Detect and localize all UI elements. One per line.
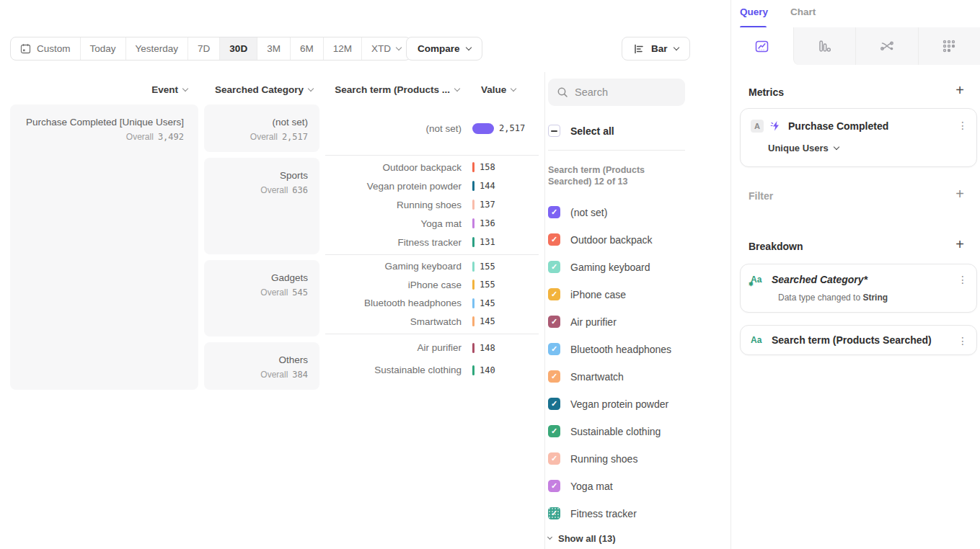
list-item[interactable]: Vegan protein powder <box>548 390 685 418</box>
show-all-toggle[interactable]: Show all (13) <box>548 533 685 544</box>
date-btn-today[interactable]: Today <box>81 37 126 60</box>
table-row[interactable]: Gaming keyboard 155 <box>325 257 539 276</box>
table-row[interactable]: Running shoes 137 <box>325 195 539 214</box>
kebab-menu-icon[interactable]: ⋮ <box>958 274 968 285</box>
table-row[interactable]: iPhone case 155 <box>325 276 539 295</box>
date-btn-yesterday[interactable]: Yesterday <box>126 37 189 60</box>
compare-button[interactable]: Compare <box>406 37 482 61</box>
checkbox[interactable] <box>548 316 560 328</box>
panel-divider <box>544 72 545 549</box>
list-item[interactable]: Sustainable clothing <box>548 418 685 445</box>
table-row[interactable]: Bluetooth headphones 145 <box>325 294 539 313</box>
search-input[interactable] <box>575 86 676 98</box>
column-header-value[interactable]: Value <box>481 84 520 95</box>
category-cell[interactable]: (not set) Overall2,517 <box>204 104 319 152</box>
tab-query[interactable]: Query <box>740 6 768 17</box>
checkbox[interactable] <box>548 480 560 492</box>
date-btn-6m[interactable]: 6M <box>291 37 324 60</box>
select-all-row[interactable]: Select all <box>548 125 685 137</box>
date-btn-7d[interactable]: 7D <box>188 37 220 60</box>
value-bar <box>472 298 474 308</box>
date-btn-30d[interactable]: 30D <box>220 37 257 60</box>
list-item[interactable]: Fitness tracker <box>548 500 685 527</box>
column-header-event[interactable]: Event <box>10 84 187 95</box>
retention-icon[interactable] <box>918 27 980 65</box>
date-btn-3m[interactable]: 3M <box>257 37 291 60</box>
kebab-menu-icon[interactable]: ⋮ <box>958 120 968 131</box>
date-btn-12m[interactable]: 12M <box>324 37 362 60</box>
checkbox[interactable] <box>548 261 560 273</box>
list-item[interactable]: Gaming keyboard <box>548 254 685 281</box>
chevron-down-icon <box>673 45 679 50</box>
list-item[interactable]: Outdoor backpack <box>548 226 685 254</box>
metric-card[interactable]: A Purchase Completed ⋮ Unique Users <box>740 108 977 167</box>
table-row[interactable]: Vegan protein powder 144 <box>325 177 539 195</box>
checkbox[interactable] <box>548 425 560 437</box>
kebab-menu-icon[interactable]: ⋮ <box>958 335 968 347</box>
insights-icon[interactable] <box>731 27 793 65</box>
list-item[interactable]: Running shoes <box>548 445 685 473</box>
checkbox[interactable] <box>548 233 560 246</box>
chevron-down-icon <box>465 45 471 50</box>
series-list: (not set) Outdoor backpack Gaming keyboa… <box>548 199 685 527</box>
list-item[interactable]: iPhone case <box>548 281 685 308</box>
checkbox[interactable] <box>548 206 560 218</box>
tab-chart[interactable]: Chart <box>790 6 816 17</box>
list-item[interactable]: (not set) <box>548 199 685 226</box>
series-panel: Select all Search term (Products Searche… <box>548 72 685 544</box>
aggregation-selector[interactable]: Unique Users <box>768 143 976 153</box>
checkbox[interactable] <box>548 398 560 410</box>
checkbox[interactable] <box>548 507 560 519</box>
metrics-title: Metrics <box>749 86 784 98</box>
add-metric-icon[interactable]: + <box>955 83 964 97</box>
chart-type-button[interactable]: Bar <box>622 37 690 61</box>
metric-badge: A <box>751 120 764 133</box>
funnels-icon[interactable] <box>793 27 856 65</box>
date-btn-custom[interactable]: Custom <box>11 37 81 60</box>
searched-category-column: (not set) Overall2,517 Sports Overall636… <box>204 104 319 396</box>
chevron-down-icon <box>308 86 314 92</box>
column-header-search-term[interactable]: Search term (Products ... <box>325 84 459 95</box>
breakdown-card[interactable]: Aa Search term (Products Searched) ⋮ <box>740 325 977 355</box>
term-group: (not set) 2,517 <box>325 104 539 152</box>
table-row[interactable]: Yoga mat 136 <box>325 214 539 233</box>
category-cell[interactable]: Gadgets Overall545 <box>204 260 319 336</box>
select-all-checkbox[interactable] <box>548 125 560 137</box>
table-row[interactable]: Fitness tracker 131 <box>325 233 539 251</box>
list-item[interactable]: Yoga mat <box>548 473 685 500</box>
panel-tabs: Query Chart <box>740 6 816 17</box>
breakdown-card[interactable]: Aa✱ Searched Category* ⋮ Data type chang… <box>740 264 977 313</box>
search-box[interactable] <box>548 79 685 106</box>
value-bar <box>472 123 494 134</box>
list-item[interactable]: Air purifier <box>548 308 685 336</box>
event-bolt-icon <box>770 120 782 132</box>
add-breakdown-icon[interactable]: + <box>955 237 964 251</box>
list-item[interactable]: Bluetooth headphones <box>548 336 685 363</box>
table-row[interactable]: Smartwatch 145 <box>325 313 539 331</box>
flows-icon[interactable] <box>855 27 918 65</box>
search-icon <box>557 86 568 98</box>
event-cell[interactable]: Purchase Completed [Unique Users] Overal… <box>10 104 198 390</box>
table-row[interactable]: Air purifier 148 <box>325 339 539 357</box>
value-bar <box>472 218 474 228</box>
event-title: Purchase Completed [Unique Users] <box>10 117 184 128</box>
list-item[interactable]: Smartwatch <box>548 363 685 390</box>
date-btn-xtd[interactable]: XTD <box>362 37 410 60</box>
value-bar <box>472 343 474 353</box>
table-row[interactable]: (not set) 2,517 <box>325 119 539 138</box>
table-row[interactable]: Outdoor backpack 158 <box>325 158 539 177</box>
category-cell[interactable]: Others Overall384 <box>204 342 319 390</box>
date-btn-label: Custom <box>37 43 71 54</box>
checkbox[interactable] <box>548 343 560 355</box>
add-filter-icon[interactable]: + <box>955 187 964 201</box>
table-row[interactable]: Sustainable clothing 140 <box>325 361 539 380</box>
checkbox[interactable] <box>548 452 560 465</box>
breakdown-title: Breakdown <box>749 241 803 252</box>
checkbox[interactable] <box>548 288 560 300</box>
chevron-down-icon <box>454 86 460 92</box>
chevron-down-icon <box>511 86 516 92</box>
column-header-searched-category[interactable]: Searched Category <box>204 84 313 95</box>
checkbox[interactable] <box>548 370 560 383</box>
category-cell[interactable]: Sports Overall636 <box>204 158 319 254</box>
report-type-tabs <box>731 27 980 65</box>
